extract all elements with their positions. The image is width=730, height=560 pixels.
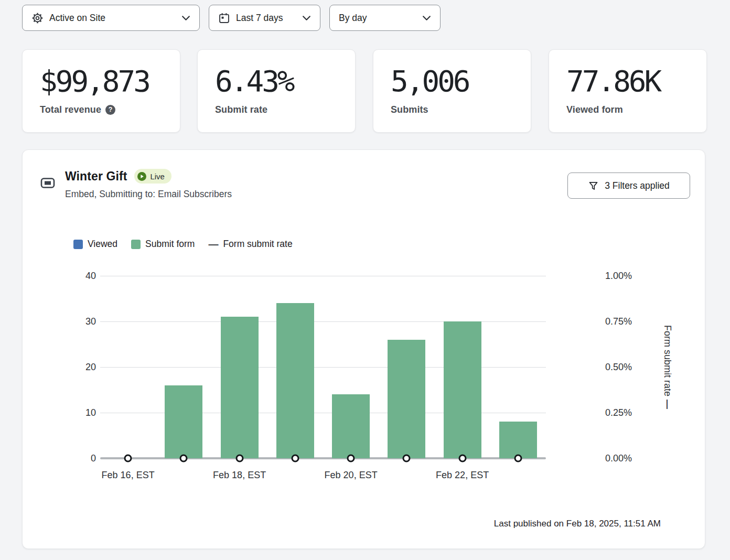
gear-icon [31,12,44,24]
calendar-icon [218,12,230,24]
form-title: Winter Gift [65,169,127,184]
rate-line-marker[interactable] [347,455,355,462]
question-mark-icon[interactable]: ? [105,105,115,115]
chevron-down-icon [302,15,311,21]
filters-applied-button[interactable]: 3 Filters applied [567,173,690,199]
form-subtitle: Embed, Submitting to: Email Subscribers [65,189,232,200]
left-axis-tick-label: 0 [91,453,96,464]
status-badge-label: Live [150,172,165,181]
stat-value: 6.43% [215,67,355,96]
rate-line-marker[interactable] [235,455,243,462]
bar-submit-form[interactable] [499,422,537,458]
stat-label: Viewed form [566,104,623,115]
stat-value: $99,873 [40,67,180,96]
interval-dropdown[interactable]: By day [329,5,441,31]
right-axis-tick-label: 0.75% [605,316,632,327]
x-axis-label: Feb 16, EST [102,470,155,481]
right-axis-title: Form submit rate — [660,276,674,458]
left-y-axis: 010203040 [67,276,96,458]
segment-dropdown-label: Active on Site [49,13,105,24]
gridline [100,276,546,276]
x-axis-label: Feb 20, EST [325,470,378,481]
legend-item-viewed[interactable]: Viewed [73,239,117,250]
bar-submit-form[interactable] [444,321,481,458]
funnel-icon [588,180,599,191]
x-axis-label: Feb 22, EST [436,470,489,481]
square-swatch-icon [131,240,141,249]
status-badge: Live [134,169,171,184]
line-swatch-icon: — [208,240,218,249]
right-axis-tick-label: 0.25% [605,407,632,418]
rate-line-marker[interactable] [458,455,466,462]
legend-label: Submit form [145,239,195,250]
left-axis-tick-label: 40 [85,271,96,282]
right-axis-tick-label: 0.50% [605,362,632,373]
stat-value: 5,006 [391,67,531,96]
rate-line-marker[interactable] [180,455,188,462]
stat-card-submit-rate: 6.43% Submit rate [197,49,356,133]
square-swatch-icon [73,240,83,249]
bar-submit-form[interactable] [388,340,425,458]
rate-line-marker[interactable] [403,455,411,462]
right-axis-tick-label: 0.00% [605,453,632,464]
rate-line-marker[interactable] [124,455,132,462]
stat-card-viewed-form: 77.86K Viewed form [549,49,707,133]
left-axis-tick-label: 10 [85,407,96,418]
left-axis-tick-label: 20 [85,362,96,373]
stat-card-submits: 5,006 Submits [373,49,531,133]
embed-form-icon [40,175,56,193]
bar-submit-form[interactable] [332,394,370,458]
legend-label: Viewed [88,239,117,250]
play-circle-icon [137,172,146,181]
legend-label: Form submit rate [223,239,292,250]
rate-line-marker[interactable] [514,455,522,462]
last-published-note: Last published on Feb 18, 2025, 11:51 AM [494,519,661,529]
bar-submit-form[interactable] [276,303,314,458]
interval-dropdown-label: By day [339,13,367,24]
stat-label: Submits [391,104,428,115]
stat-label: Submit rate [215,104,267,115]
legend-item-submit-form[interactable]: Submit form [131,239,195,250]
forms-performance-chart: Feb 16, ESTFeb 18, ESTFeb 20, ESTFeb 22,… [100,276,546,458]
legend-item-form-submit-rate[interactable]: —Form submit rate [208,239,292,250]
chevron-down-icon [181,15,190,21]
chevron-down-icon [422,15,431,21]
right-axis-tick-label: 1.00% [605,271,632,282]
stat-label: Total revenue [40,104,101,115]
rate-line-marker[interactable] [291,455,299,462]
filters-applied-label: 3 Filters applied [605,180,670,191]
segment-dropdown[interactable]: Active on Site [22,5,200,31]
bar-submit-form[interactable] [165,385,202,458]
right-axis-title-label: Form submit rate [662,325,673,396]
stat-card-total-revenue: $99,873 Total revenue ? [22,49,180,133]
form-performance-card: Winter Gift Live Embed, Submitting to: E… [22,149,705,549]
line-series-dash: — [662,400,673,409]
stat-value: 77.86K [566,67,706,96]
chart-legend: ViewedSubmit form—Form submit rate [73,239,293,250]
date-range-dropdown-label: Last 7 days [236,13,283,24]
bar-submit-form[interactable] [221,317,259,458]
right-y-axis: 0.00%0.25%0.50%0.75%1.00% [605,276,652,458]
x-axis-label: Feb 18, EST [213,470,266,481]
left-axis-tick-label: 30 [85,316,96,327]
date-range-dropdown[interactable]: Last 7 days [209,5,320,31]
